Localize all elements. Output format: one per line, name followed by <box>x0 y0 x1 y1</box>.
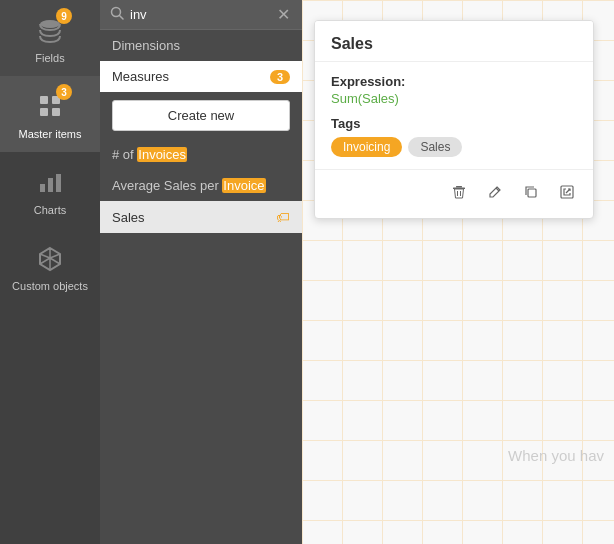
sidebar-item-charts[interactable]: Charts <box>0 152 100 228</box>
watermark-text: When you hav <box>508 447 604 464</box>
sidebar-item-fields[interactable]: 9 Fields <box>0 0 100 76</box>
sidebar-fields-label: Fields <box>35 52 64 64</box>
master-items-icon: 3 <box>32 88 68 124</box>
clear-search-button[interactable]: ✕ <box>275 7 292 23</box>
tag-invoicing[interactable]: Invoicing <box>331 137 402 157</box>
svg-rect-4 <box>52 108 60 116</box>
popup-title: Sales <box>315 21 593 62</box>
svg-rect-6 <box>48 178 53 192</box>
measure-item-sales-text: Sales <box>112 210 145 225</box>
measures-section-header[interactable]: Measures 3 <box>100 61 302 92</box>
tags-row: Invoicing Sales <box>331 137 577 157</box>
measure-list: # of Invoices Average Sales per Invoice … <box>100 139 302 544</box>
sidebar-custom-objects-label: Custom objects <box>12 280 88 292</box>
main-area: Sales Expression: Sum(Sales) Tags Invoic… <box>302 0 614 544</box>
create-new-button[interactable]: Create new <box>112 100 290 131</box>
svg-rect-5 <box>40 184 45 192</box>
duplicate-button[interactable] <box>517 180 545 208</box>
sidebar-item-custom-objects[interactable]: Custom objects <box>0 228 100 304</box>
measure-item-avg-sales-text: Average Sales per Invoice <box>112 178 266 193</box>
expression-label: Expression: <box>331 74 577 89</box>
custom-objects-icon <box>32 240 68 276</box>
expression-value: Sum(Sales) <box>331 91 577 106</box>
expand-button[interactable] <box>553 180 581 208</box>
sidebar: 9 Fields 3 Master items Charts <box>0 0 100 544</box>
popup-body: Expression: Sum(Sales) Tags Invoicing Sa… <box>315 62 593 169</box>
panel: ✕ Dimensions Measures 3 Create new # of … <box>100 0 302 544</box>
charts-icon <box>32 164 68 200</box>
svg-rect-3 <box>40 108 48 116</box>
svg-rect-7 <box>56 174 61 192</box>
tags-label: Tags <box>331 116 577 131</box>
svg-rect-1 <box>40 96 48 104</box>
fields-icon: 9 <box>32 12 68 48</box>
measure-item-num-invoices-text: # of Invoices <box>112 147 187 162</box>
highlight-invoice: Invoice <box>222 178 265 193</box>
sidebar-master-items-label: Master items <box>19 128 82 140</box>
highlight-invoices: Invoices <box>137 147 187 162</box>
popup-card: Sales Expression: Sum(Sales) Tags Invoic… <box>314 20 594 219</box>
tag-sales[interactable]: Sales <box>408 137 462 157</box>
search-bar: ✕ <box>100 0 302 30</box>
measure-item-avg-sales[interactable]: Average Sales per Invoice <box>100 170 302 201</box>
measures-label: Measures <box>112 69 169 84</box>
dimensions-section-header[interactable]: Dimensions <box>100 30 302 61</box>
measure-item-num-invoices[interactable]: # of Invoices <box>100 139 302 170</box>
sidebar-charts-label: Charts <box>34 204 66 216</box>
master-items-badge: 3 <box>56 84 72 100</box>
svg-rect-14 <box>528 189 536 197</box>
svg-rect-10 <box>456 186 462 188</box>
popup-footer <box>315 169 593 218</box>
fields-badge: 9 <box>56 8 72 24</box>
svg-line-9 <box>120 16 124 20</box>
tag-icon: 🏷 <box>276 209 290 225</box>
sidebar-item-master-items[interactable]: 3 Master items <box>0 76 100 152</box>
measures-badge: 3 <box>270 70 290 84</box>
delete-button[interactable] <box>445 180 473 208</box>
measure-item-sales[interactable]: Sales 🏷 <box>100 201 302 233</box>
search-input[interactable] <box>130 7 275 22</box>
search-icon <box>110 6 124 23</box>
edit-button[interactable] <box>481 180 509 208</box>
dimensions-label: Dimensions <box>112 38 180 53</box>
